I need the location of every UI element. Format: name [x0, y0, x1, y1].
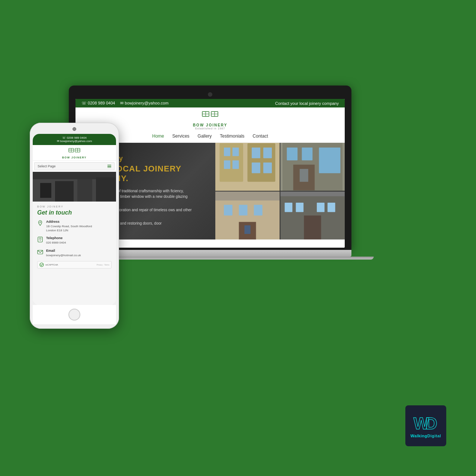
- svg-rect-49: [96, 177, 116, 202]
- svg-rect-23: [300, 169, 308, 182]
- svg-rect-47: [55, 181, 74, 202]
- hero-img-1: [215, 143, 280, 191]
- phone-home-button[interactable]: [68, 309, 80, 321]
- scene: ☏ 0208 989 0404 ✉ bowjoinery@yahoo.com C…: [0, 0, 476, 476]
- phone-logo-text: BOW JOINERY: [62, 156, 87, 159]
- phone-heading-bold: in touch: [49, 209, 72, 216]
- wd-logo-svg: W D: [413, 414, 439, 432]
- site-logo: BOW JOINERY Established in 1987: [193, 111, 228, 130]
- svg-rect-14: [263, 148, 272, 158]
- nav-testimonials[interactable]: Testimonials: [220, 134, 244, 139]
- topbar-phone: ☏ 0208 989 0404: [81, 101, 115, 106]
- hero-img-2: [280, 143, 345, 191]
- topbar-left: ☏ 0208 989 0404 ✉ bowjoinery@yahoo.com: [81, 101, 168, 106]
- svg-rect-26: [224, 205, 233, 216]
- telephone-value: 020 8989 0404: [46, 241, 66, 245]
- telephone-label: Telephone: [46, 236, 66, 240]
- wd-digital: Digital: [427, 434, 441, 438]
- svg-rect-9: [224, 148, 231, 156]
- svg-rect-21: [319, 148, 341, 173]
- svg-rect-36: [328, 203, 335, 212]
- phone-brand-label: BOW JOINERY: [37, 205, 112, 208]
- phone-bottom-bar: [33, 305, 116, 324]
- site-topbar: ☏ 0208 989 0404 ✉ bowjoinery@yahoo.com C…: [75, 99, 345, 107]
- contact-email-text: Email bowjoinery@hotmail.co.uk: [46, 249, 81, 257]
- wd-name: WalkingDigital: [411, 434, 441, 438]
- bow-joinery-logo-icon: [202, 111, 218, 122]
- recaptcha-icon: [39, 263, 44, 267]
- svg-rect-28: [254, 205, 263, 216]
- phone-icon: [37, 237, 43, 242]
- recaptcha-privacy: Privacy - Terms: [97, 264, 109, 266]
- topbar-email: ✉ bowjoinery@yahoo.com: [120, 101, 168, 106]
- svg-rect-30: [245, 225, 251, 234]
- nav-home[interactable]: Home: [152, 134, 164, 139]
- svg-rect-19: [287, 148, 298, 161]
- phone-contact-section: BOW JOINERY Get in touch Address 1B Cows…: [33, 202, 116, 305]
- svg-point-50: [40, 222, 41, 223]
- email-icon: [37, 249, 43, 255]
- contact-address-item: Address 1B Cowslip Road, South WoodfordL…: [37, 220, 112, 232]
- phone-select-bar[interactable]: Select Page: [34, 162, 115, 170]
- phone-notch-area: [33, 127, 116, 131]
- svg-rect-33: [285, 203, 293, 212]
- contact-telephone-text: Telephone 020 8989 0404: [46, 236, 66, 245]
- logo-subtitle: Established in 1987: [195, 127, 225, 130]
- address-value: 1B Cowslip Road, South WoodfordLondon E1…: [46, 224, 92, 232]
- laptop-camera: [208, 92, 212, 97]
- svg-rect-20: [302, 148, 313, 161]
- email-label: Email: [46, 249, 81, 253]
- nav-contact[interactable]: Contact: [253, 134, 268, 139]
- phone-topbar-phone: ☏ 0208 989 0404: [36, 136, 112, 139]
- select-page-label: Select Page: [38, 164, 56, 168]
- nav-gallery[interactable]: Gallery: [197, 134, 212, 139]
- address-label: Address: [46, 220, 92, 223]
- wd-walking: Walking: [411, 434, 427, 438]
- phone-logo-area: BOW JOINERY: [33, 145, 116, 161]
- site-nav: Home Services Gallery Testimonials Conta…: [152, 131, 268, 140]
- location-icon: [37, 220, 43, 226]
- svg-rect-51: [38, 237, 42, 242]
- svg-rect-34: [296, 203, 304, 212]
- phone-logo-icon: [68, 148, 80, 156]
- svg-text:D: D: [425, 414, 437, 432]
- svg-rect-27: [239, 205, 248, 216]
- topbar-cta: Contact your local joinery company: [275, 101, 339, 106]
- svg-rect-13: [252, 148, 260, 158]
- phone-topbar-email: ✉ bowjoinery@yahoo.com: [36, 139, 112, 143]
- hero-img-3: [215, 192, 280, 239]
- phone-hero-image: [33, 172, 116, 202]
- contact-email-item: Email bowjoinery@hotmail.co.uk: [37, 249, 112, 257]
- hamburger-icon[interactable]: [107, 165, 111, 168]
- phone-topbar: ☏ 0208 989 0404 ✉ bowjoinery@yahoo.com: [33, 134, 116, 145]
- svg-rect-46: [40, 183, 51, 198]
- svg-rect-11: [224, 160, 231, 169]
- phone-camera: [73, 127, 76, 131]
- svg-rect-10: [233, 148, 239, 156]
- svg-rect-16: [263, 163, 272, 173]
- phone-heading: Get in touch: [37, 209, 112, 216]
- svg-rect-15: [252, 163, 260, 173]
- contact-address-text: Address 1B Cowslip Road, South WoodfordL…: [46, 220, 92, 232]
- hero-images: [215, 143, 345, 239]
- svg-rect-48: [77, 179, 92, 202]
- svg-point-54: [40, 240, 41, 241]
- hero-img-4: [280, 192, 345, 239]
- phone-heading-plain: Get: [37, 209, 49, 216]
- phone-outer: ☏ 0208 989 0404 ✉ bowjoinery@yahoo.com B…: [30, 123, 119, 329]
- email-value: bowjoinery@hotmail.co.uk: [46, 253, 81, 257]
- contact-telephone-item: Telephone 020 8989 0404: [37, 236, 112, 245]
- svg-rect-37: [304, 216, 321, 240]
- svg-rect-35: [317, 203, 325, 212]
- walking-digital-badge: W D WalkingDigital: [405, 405, 446, 446]
- nav-services[interactable]: Services: [172, 134, 189, 139]
- recaptcha-label: reCAPTCHA: [45, 264, 58, 266]
- phone-device: ☏ 0208 989 0404 ✉ bowjoinery@yahoo.com B…: [30, 123, 119, 329]
- svg-rect-12: [233, 160, 239, 169]
- logo-name: BOW JOINERY: [193, 123, 228, 127]
- svg-point-56: [40, 263, 44, 267]
- phone-screen: ☏ 0208 989 0404 ✉ bowjoinery@yahoo.com B…: [33, 134, 116, 305]
- recaptcha-box: reCAPTCHA Privacy - Terms: [37, 261, 112, 268]
